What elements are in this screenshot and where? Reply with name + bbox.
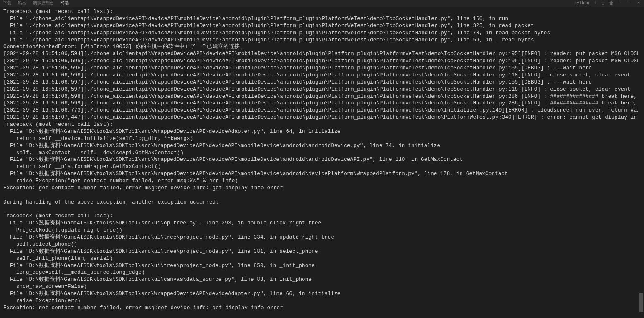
panel-titlebar: 下载 输出 调试控制台 终端 python + ▢ 🗑 ⋯ ─ × xyxy=(0,0,644,7)
kill-terminal-icon[interactable]: 🗑 xyxy=(608,0,615,6)
maximize-icon[interactable]: ─ xyxy=(625,0,632,6)
terminal-container: Traceback (most recent call last): File … xyxy=(0,7,644,318)
tab-output[interactable]: 输出 xyxy=(17,0,28,6)
more-actions-icon[interactable]: ⋯ xyxy=(617,0,622,6)
terminal-output[interactable]: Traceback (most recent call last): File … xyxy=(0,7,638,318)
terminal-scrollbar[interactable] xyxy=(638,7,644,318)
tab-debug-console[interactable]: 调试控制台 xyxy=(32,0,55,6)
panel-tabs: 下载 输出 调试控制台 终端 xyxy=(2,0,70,6)
close-panel-icon[interactable]: × xyxy=(635,0,642,6)
split-terminal-icon[interactable]: ▢ xyxy=(601,0,606,6)
new-terminal-icon[interactable]: + xyxy=(593,0,598,6)
tab-terminal[interactable]: 终端 xyxy=(59,0,70,6)
shell-label[interactable]: python xyxy=(573,0,591,6)
tab-downloads[interactable]: 下载 xyxy=(2,0,13,6)
scrollbar-thumb[interactable] xyxy=(639,293,643,312)
panel-actions: python + ▢ 🗑 ⋯ ─ × xyxy=(573,0,642,6)
